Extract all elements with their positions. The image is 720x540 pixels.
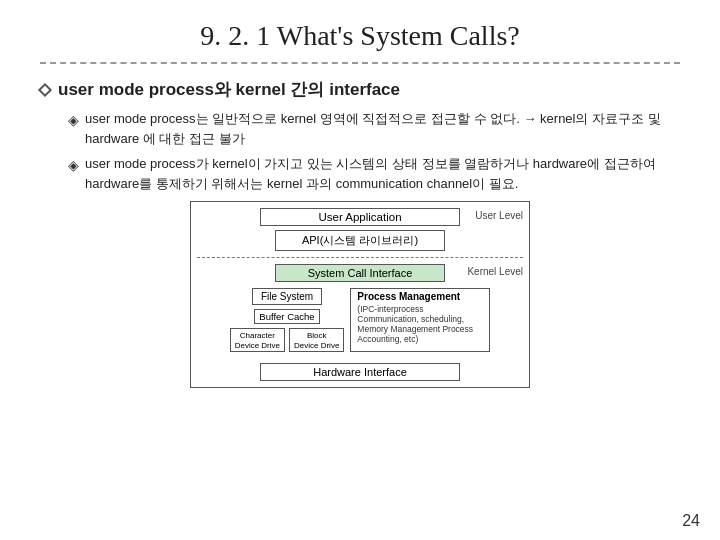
- syscall-label: System Call Interface: [308, 267, 413, 279]
- bullet-star-1: ◈: [68, 110, 79, 131]
- kernel-level-label: Kernel Level: [467, 266, 523, 277]
- buffer-cache-box: Buffer Cache: [254, 309, 319, 324]
- block-device-box: BlockDevice Drive: [289, 328, 344, 352]
- title-divider: [40, 62, 680, 64]
- slide-title: 9. 2. 1 What's System Calls?: [40, 20, 680, 52]
- main-section: user mode process와 kernel 간의 interface ◈…: [40, 78, 680, 388]
- slide: 9. 2. 1 What's System Calls? user mode p…: [0, 0, 720, 540]
- filesystem-box: File System: [252, 288, 322, 305]
- api-row: API(시스템 라이브러리): [197, 230, 523, 251]
- syscall-row: System Call Interface Kernel Level: [197, 264, 523, 282]
- user-app-row: User Application User Level: [197, 208, 523, 226]
- block-device-label: BlockDevice Drive: [294, 331, 339, 350]
- dashed-separator: [197, 257, 523, 258]
- hw-interface-row: Hardware Interface: [197, 360, 523, 381]
- middle-row: File System Buffer Cache CharacterDevice…: [197, 288, 523, 352]
- char-device-label: CharacterDevice Drive: [235, 331, 280, 350]
- page-number: 24: [682, 512, 700, 530]
- diamond-icon: [38, 82, 52, 96]
- process-mgmt-detail: (IPC-interprocess Communication, schedul…: [357, 304, 483, 344]
- filesystem-label: File System: [261, 291, 313, 302]
- bullet-star-2: ◈: [68, 155, 79, 176]
- diagram-container: User Application User Level API(시스템 라이브러…: [190, 201, 530, 388]
- syscall-box: System Call Interface: [275, 264, 445, 282]
- process-mgmt-label: Process Management: [357, 291, 483, 302]
- bullet-text-2: user mode process가 kernel이 가지고 있는 시스템의 상…: [85, 154, 680, 193]
- left-col: File System Buffer Cache CharacterDevice…: [230, 288, 345, 352]
- user-level-label: User Level: [475, 210, 523, 221]
- user-app-box: User Application: [260, 208, 460, 226]
- hw-interface-box: Hardware Interface: [260, 363, 460, 381]
- section-header-text: user mode process와 kernel 간의 interface: [58, 78, 400, 101]
- bullet-list: ◈ user mode process는 일반적으로 kernel 영역에 직접…: [68, 109, 680, 193]
- api-box: API(시스템 라이브러리): [275, 230, 445, 251]
- bullet-item-1: ◈ user mode process는 일반적으로 kernel 영역에 직접…: [68, 109, 680, 148]
- diagram-inner: User Application User Level API(시스템 라이브러…: [197, 208, 523, 381]
- api-label: API(시스템 라이브러리): [302, 234, 418, 246]
- user-app-label: User Application: [318, 211, 401, 223]
- section-header: user mode process와 kernel 간의 interface: [40, 78, 680, 101]
- bullet-item-2: ◈ user mode process가 kernel이 가지고 있는 시스템의…: [68, 154, 680, 193]
- device-row: CharacterDevice Drive BlockDevice Drive: [230, 328, 345, 352]
- bullet-text-1: user mode process는 일반적으로 kernel 영역에 직접적으…: [85, 109, 680, 148]
- hw-interface-label: Hardware Interface: [313, 366, 407, 378]
- process-mgmt-box: Process Management (IPC-interprocess Com…: [350, 288, 490, 352]
- char-device-box: CharacterDevice Drive: [230, 328, 285, 352]
- buffer-cache-label: Buffer Cache: [259, 311, 314, 322]
